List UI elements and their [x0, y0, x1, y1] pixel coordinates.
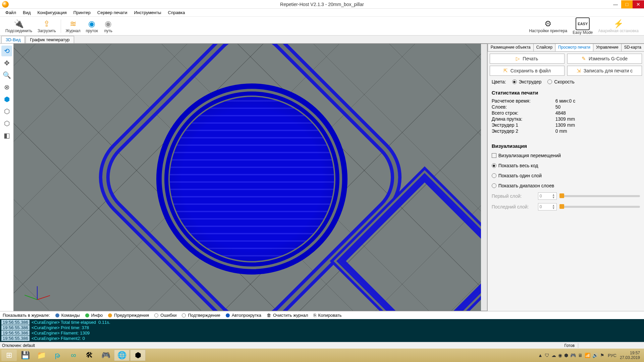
log-timestamp: 19:56:55.386: [1, 330, 30, 336]
export-icon: ⇱: [503, 68, 508, 74]
log-button[interactable]: ≋Журнал: [63, 18, 83, 34]
tab-object-placement[interactable]: Размещение объекта: [488, 44, 534, 51]
taskbar-repetier[interactable]: ⬢: [130, 350, 146, 361]
print-button[interactable]: ▷Печать: [490, 54, 565, 64]
maximize-button[interactable]: □: [621, 0, 633, 8]
first-layer-slider[interactable]: [559, 195, 640, 197]
emergency-stop-button[interactable]: ⚡Аварийная остановка: [595, 18, 641, 34]
radio-show-single[interactable]: Показать один слой: [490, 172, 642, 180]
sd-icon: ⇲: [577, 68, 581, 74]
toggle-autoscroll[interactable]: Автопрокрутка: [226, 313, 261, 318]
taskbar-app[interactable]: թ: [50, 350, 65, 361]
load-icon: ⇪: [43, 19, 50, 28]
last-layer-slider[interactable]: [559, 206, 640, 208]
tab-sd-card[interactable]: SD-карта: [621, 44, 644, 51]
radio-show-range[interactable]: Показать диапазон слоев: [490, 182, 642, 190]
menu-view[interactable]: Вид: [19, 9, 34, 16]
tab-manual-control[interactable]: Управление: [593, 44, 622, 51]
chk-show-travel[interactable]: Визуализация перемещений: [490, 152, 642, 160]
model-cylinder: [156, 83, 347, 275]
tray-icon[interactable]: 📶: [585, 353, 590, 358]
close-button[interactable]: ✕: [633, 0, 644, 8]
tab-temperature-chart[interactable]: График температур: [25, 36, 74, 43]
preview-panel-body: ▷Печать ✎Изменить G-Code ⇱Сохранить в фа…: [488, 52, 644, 213]
last-layer-input[interactable]: 0▲▼: [538, 203, 557, 210]
tray-icon[interactable]: 🎮: [570, 353, 576, 358]
filter-warnings[interactable]: Предупреждения: [108, 313, 149, 318]
tray-icon[interactable]: 🖥: [578, 353, 583, 358]
easy-mode-button[interactable]: EASYEasy Mode: [570, 17, 595, 36]
rotate-tool[interactable]: ⟲: [1, 46, 12, 56]
radio-dot-icon: [492, 173, 496, 178]
radio-show-all[interactable]: Показать весь код: [490, 162, 642, 170]
start-button[interactable]: ⊞: [1, 350, 17, 361]
pan-tool[interactable]: ✥: [1, 58, 12, 68]
filter-errors[interactable]: Ошибки: [154, 313, 176, 318]
tray-icon[interactable]: 🔊: [592, 353, 598, 358]
tray-icon[interactable]: ⬢: [564, 353, 568, 358]
stat-value: 1309 mm: [555, 122, 640, 128]
viz-header: Визуализация: [490, 141, 642, 149]
load-button[interactable]: ⇪Загрузить: [35, 18, 59, 34]
menu-printserver[interactable]: Сервер печати: [94, 9, 130, 16]
taskbar-explorer[interactable]: 📁: [34, 350, 49, 361]
connect-button[interactable]: 🔌Подсоединить: [3, 18, 35, 34]
taskbar-arduino[interactable]: ∞: [66, 350, 81, 361]
filter-info[interactable]: Инфо: [85, 313, 103, 318]
log-view[interactable]: 19:56:55.386<CuraEngine> Total time elap…: [0, 319, 644, 342]
front-view-tool[interactable]: ⬡: [1, 106, 12, 117]
filter-ack[interactable]: Подтверждение: [182, 313, 220, 318]
tray-icon[interactable]: ⚑: [600, 353, 604, 358]
tab-print-preview[interactable]: Просмотр печати: [555, 44, 593, 51]
filament-button[interactable]: ◉пруток: [83, 18, 101, 34]
tray-icon[interactable]: ☁: [551, 353, 556, 358]
viewport-scrollbar[interactable]: [481, 44, 487, 311]
printer-settings-button[interactable]: ⚙Настройки принтера: [526, 18, 570, 34]
save-sd-button[interactable]: ⇲Записать для печати с: [567, 66, 642, 76]
top-view-tool[interactable]: ⬡: [1, 118, 12, 129]
menu-printer[interactable]: Принтер: [70, 9, 94, 16]
parallel-tool[interactable]: ◧: [1, 130, 12, 141]
easy-icon: EASY: [576, 17, 590, 30]
minimize-button[interactable]: —: [610, 0, 621, 8]
tray-icon[interactable]: 🛡: [545, 353, 549, 358]
menu-config[interactable]: Конфигурация: [34, 9, 70, 16]
zoom-tool[interactable]: 🔍: [1, 70, 12, 80]
taskbar-clock[interactable]: 19:57 27.03.2019: [620, 351, 640, 360]
checkbox-icon: [492, 153, 496, 158]
radio-extruder[interactable]: Экструдер: [512, 79, 542, 84]
clear-log-button[interactable]: 🗑Очистить журнал: [267, 313, 308, 318]
radio-speed[interactable]: Скорость: [547, 79, 574, 84]
3d-viewport[interactable]: [13, 44, 487, 311]
radio-dot-icon: [547, 79, 552, 84]
save-file-button[interactable]: ⇱Сохранить в файл: [490, 66, 565, 76]
tray-icon[interactable]: ▲: [538, 353, 543, 358]
language-indicator[interactable]: РУС: [608, 353, 616, 358]
taskbar-app[interactable]: 🛠: [82, 350, 97, 361]
right-panel: Размещение объекта Слайсер Просмотр печа…: [488, 44, 644, 311]
menu-file[interactable]: Файл: [2, 9, 19, 16]
iso-view-tool[interactable]: ⬢: [1, 94, 12, 105]
tab-slicer[interactable]: Слайсер: [533, 44, 555, 51]
menu-tools[interactable]: Инструменты: [131, 9, 165, 16]
tab-3d-view[interactable]: 3D-Вид: [1, 36, 25, 43]
menu-help[interactable]: Справка: [165, 9, 189, 16]
tray-icon[interactable]: ◉: [558, 353, 562, 358]
copy-log-button[interactable]: ⎘Копировать: [314, 313, 342, 318]
travel-button[interactable]: ◉путь: [101, 18, 116, 34]
first-layer-input[interactable]: 0▲▼: [538, 192, 557, 200]
workspace: ⟲ ✥ 🔍 ⊗ ⬢ ⬡ ⬡ ◧ Размещени: [0, 44, 644, 311]
taskbar-app[interactable]: 🎮: [98, 350, 113, 361]
taskbar-app[interactable]: 💾: [17, 350, 33, 361]
stat-value: 1309 mm: [555, 116, 640, 122]
stat-label: Слоев:: [492, 104, 555, 110]
tray-icons[interactable]: ▲ 🛡 ☁ ◉ ⬢ 🎮 🖥 📶 🔊 ⚑: [538, 353, 604, 358]
filter-commands[interactable]: Команды: [55, 313, 80, 318]
bolt-icon: ⚡: [613, 19, 624, 28]
log-timestamp: 19:56:55.386: [1, 320, 30, 325]
fit-tool[interactable]: ⊗: [1, 82, 12, 93]
divider: [61, 19, 61, 33]
edit-gcode-button[interactable]: ✎Изменить G-Code: [567, 54, 642, 64]
app-icon: [2, 1, 9, 8]
taskbar-chrome[interactable]: 🌐: [114, 350, 129, 361]
